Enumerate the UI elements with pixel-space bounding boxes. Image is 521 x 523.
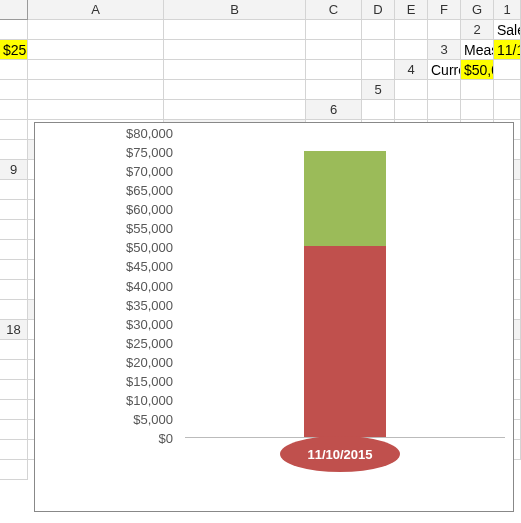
cell-F6[interactable] <box>0 120 28 140</box>
cell-B5[interactable] <box>428 80 461 100</box>
cell-F3[interactable] <box>306 60 362 80</box>
y-tick-label: $75,000 <box>43 146 173 159</box>
cell-F1[interactable] <box>395 20 428 40</box>
col-header-A[interactable]: A <box>28 0 164 20</box>
cell-B6[interactable] <box>395 100 428 120</box>
cell-G25[interactable] <box>0 460 28 480</box>
row-header-5[interactable]: 5 <box>362 80 395 100</box>
y-tick-label: $70,000 <box>43 165 173 178</box>
cell-B11[interactable] <box>0 200 28 220</box>
cell-D3[interactable] <box>28 60 164 80</box>
col-header-G[interactable]: G <box>461 0 494 20</box>
y-tick-label: $0 <box>43 432 173 445</box>
col-header-F[interactable]: F <box>428 0 461 20</box>
y-tick-label: $20,000 <box>43 355 173 368</box>
y-tick-label: $55,000 <box>43 222 173 235</box>
cell-F5[interactable] <box>28 100 164 120</box>
cell-D22[interactable] <box>0 400 28 420</box>
cell-E23[interactable] <box>0 420 28 440</box>
row-header-18[interactable]: 18 <box>0 320 28 340</box>
cell-C6[interactable] <box>428 100 461 120</box>
cell-E3[interactable] <box>164 60 306 80</box>
cell-C21[interactable] <box>0 380 28 400</box>
y-tick-label: $35,000 <box>43 298 173 311</box>
cell-B1[interactable] <box>28 20 164 40</box>
cell-F15[interactable] <box>0 280 28 300</box>
cell-C3[interactable] <box>0 60 28 80</box>
cell-C2[interactable] <box>28 40 164 60</box>
col-header-B[interactable]: B <box>164 0 306 20</box>
cell-A5[interactable] <box>395 80 428 100</box>
cell-E2[interactable] <box>306 40 362 60</box>
cell-F24[interactable] <box>0 440 28 460</box>
cell-A19[interactable] <box>0 340 28 360</box>
cell-E14[interactable] <box>0 260 28 280</box>
cell-B20[interactable] <box>0 360 28 380</box>
col-header-C[interactable]: C <box>306 0 362 20</box>
row-header-4[interactable]: 4 <box>395 60 428 80</box>
col-header-D[interactable]: D <box>362 0 395 20</box>
y-axis-ticks: $0$5,000$10,000$15,000$20,000$25,000$30,… <box>35 133 183 443</box>
cell-F2[interactable] <box>362 40 395 60</box>
cell-A1[interactable] <box>0 20 28 40</box>
cell-G3[interactable] <box>362 60 395 80</box>
cell-E4[interactable] <box>28 80 164 100</box>
y-tick-label: $25,000 <box>43 336 173 349</box>
cell-D13[interactable] <box>0 240 28 260</box>
cell-C1[interactable] <box>164 20 306 40</box>
row-header-2[interactable]: 2 <box>461 20 494 40</box>
cell-D6[interactable] <box>461 100 494 120</box>
y-tick-label: $60,000 <box>43 203 173 216</box>
bar-sales-goal <box>304 151 386 246</box>
y-tick-label: $50,000 <box>43 241 173 254</box>
cell-G4[interactable] <box>306 80 362 100</box>
row-header-1[interactable]: 1 <box>494 0 521 20</box>
cell-A3[interactable]: Measure Date <box>461 40 494 60</box>
y-tick-label: $30,000 <box>43 317 173 330</box>
row-header-3[interactable]: 3 <box>428 40 461 60</box>
bar-current-sales <box>304 246 386 437</box>
cell-D1[interactable] <box>306 20 362 40</box>
cell-D2[interactable] <box>164 40 306 60</box>
row-header-9[interactable]: 9 <box>0 160 28 180</box>
x-axis-category-label: 11/10/2015 <box>307 447 372 462</box>
y-tick-label: $10,000 <box>43 393 173 406</box>
cell-E1[interactable] <box>362 20 395 40</box>
cell-A6[interactable] <box>362 100 395 120</box>
cell-A10[interactable] <box>0 180 28 200</box>
cell-C5[interactable] <box>461 80 494 100</box>
cell-G2[interactable] <box>395 40 428 60</box>
cell-C12[interactable] <box>0 220 28 240</box>
cell-B3[interactable]: 11/10/2015 <box>494 40 521 60</box>
cell-E5[interactable] <box>0 100 28 120</box>
y-tick-label: $40,000 <box>43 279 173 292</box>
chart-plot-area <box>185 133 505 438</box>
embedded-chart[interactable]: $0$5,000$10,000$15,000$20,000$25,000$30,… <box>34 122 514 512</box>
col-header-E[interactable]: E <box>395 0 428 20</box>
select-all-corner[interactable] <box>0 0 28 20</box>
cell-G5[interactable] <box>164 100 306 120</box>
y-tick-label: $80,000 <box>43 127 173 140</box>
row-header-6[interactable]: 6 <box>306 100 362 120</box>
y-tick-label: $5,000 <box>43 412 173 425</box>
y-tick-label: $65,000 <box>43 184 173 197</box>
y-tick-label: $15,000 <box>43 374 173 387</box>
cell-D5[interactable] <box>494 80 521 100</box>
cell-E6[interactable] <box>494 100 521 120</box>
cell-C4[interactable] <box>494 60 521 80</box>
cell-F4[interactable] <box>164 80 306 100</box>
cell-G16[interactable] <box>0 300 28 320</box>
cell-A2[interactable]: Sales Goal <box>494 20 521 40</box>
cell-G7[interactable] <box>0 140 28 160</box>
cell-B4[interactable]: $50,000 <box>461 60 494 80</box>
cell-G1[interactable] <box>428 20 461 40</box>
y-tick-label: $45,000 <box>43 260 173 273</box>
cell-B2[interactable]: $25,000 <box>0 40 28 60</box>
cell-D4[interactable] <box>0 80 28 100</box>
cell-A4[interactable]: Current Sales <box>428 60 461 80</box>
x-axis-category-bulb: 11/10/2015 <box>280 436 400 472</box>
